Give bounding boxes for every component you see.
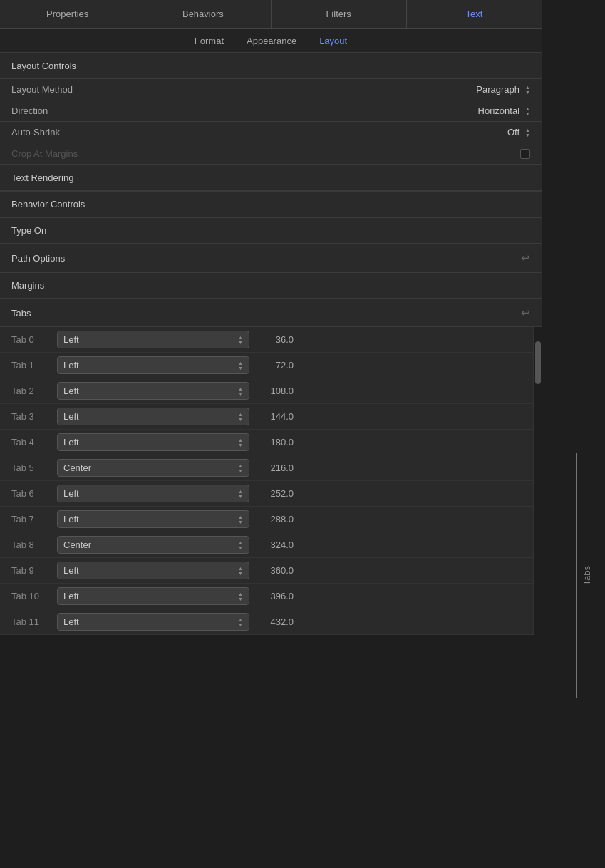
tab-9-arrows: ▲ ▼ <box>238 566 243 576</box>
direction-row: Direction Horizontal ▲ ▼ <box>0 100 542 122</box>
tab-2-arrows: ▲ ▼ <box>238 386 243 396</box>
tab-row-1: Tab 1 Left ▲ ▼ 72.0 <box>0 353 533 378</box>
tab-4-value: 180.0 <box>258 437 294 448</box>
tab-7-label: Tab 7 <box>11 514 48 525</box>
tab-row-0: Tab 0 Left ▲ ▼ 36.0 <box>0 327 533 353</box>
text-rendering-header[interactable]: Text Rendering <box>0 165 542 191</box>
tabs-section-header[interactable]: Tabs ↩ <box>0 299 542 327</box>
tab-5-label: Tab 5 <box>11 463 48 473</box>
auto-shrink-label: Auto-Shrink <box>11 127 507 138</box>
tab-10-label: Tab 10 <box>11 591 48 601</box>
tab-3-select[interactable]: Left ▲ ▼ <box>57 408 249 425</box>
tab-1-value: 72.0 <box>258 360 294 371</box>
tab-row-5: Tab 5 Center ▲ ▼ 216.0 <box>0 455 533 481</box>
tab-6-select[interactable]: Left ▲ ▼ <box>57 485 249 502</box>
annotation-tick-top <box>574 453 579 453</box>
tab-10-select[interactable]: Left ▲ ▼ <box>57 587 249 605</box>
tab-row-3: Tab 3 Left ▲ ▼ 144.0 <box>0 404 533 430</box>
tab-8-value: 324.0 <box>258 539 294 550</box>
tab-0-label: Tab 0 <box>11 334 48 345</box>
tab-11-value: 432.0 <box>258 616 294 627</box>
crop-at-margins-label: Crop At Margins <box>11 148 520 159</box>
auto-shrink-value[interactable]: Off ▲ ▼ <box>507 127 530 138</box>
crop-at-margins-value <box>520 149 530 159</box>
tab-3-value: 144.0 <box>258 411 294 422</box>
tab-2-value: 108.0 <box>258 386 294 396</box>
right-annotation-panel: Tabs <box>542 0 605 635</box>
annotation-tick-bottom <box>574 698 579 698</box>
scrollbar-track[interactable] <box>533 327 542 635</box>
tab-4-label: Tab 4 <box>11 437 48 448</box>
tab-behaviors[interactable]: Behaviors <box>135 0 271 28</box>
path-options-header[interactable]: Path Options ↩ <box>0 244 542 272</box>
tabs-reset-icon[interactable]: ↩ <box>521 306 530 319</box>
subtab-format[interactable]: Format <box>195 36 224 46</box>
tabs-scroll-area: Tab 0 Left ▲ ▼ 36.0 Tab 1 Left <box>0 327 542 635</box>
top-tab-bar: Properties Behaviors Filters Text <box>0 0 542 29</box>
direction-stepper[interactable]: ▲ ▼ <box>525 106 530 116</box>
tab-1-arrows: ▲ ▼ <box>238 361 243 371</box>
tab-row-9: Tab 9 Left ▲ ▼ 360.0 <box>0 558 533 584</box>
tab-11-select[interactable]: Left ▲ ▼ <box>57 613 249 631</box>
layout-method-stepper[interactable]: ▲ ▼ <box>525 85 530 95</box>
tab-1-label: Tab 1 <box>11 360 48 371</box>
tab-8-label: Tab 8 <box>11 539 48 550</box>
tab-text[interactable]: Text <box>407 0 542 28</box>
auto-shrink-row: Auto-Shrink Off ▲ ▼ <box>0 122 542 143</box>
tab-5-value: 216.0 <box>258 463 294 473</box>
tab-10-value: 396.0 <box>258 591 294 601</box>
tab-row-6: Tab 6 Left ▲ ▼ 252.0 <box>0 481 533 507</box>
tab-2-select[interactable]: Left ▲ ▼ <box>57 382 249 400</box>
tab-row-8: Tab 8 Center ▲ ▼ 324.0 <box>0 532 533 558</box>
type-on-header[interactable]: Type On <box>0 217 542 244</box>
tab-6-arrows: ▲ ▼ <box>238 489 243 499</box>
tab-row-10: Tab 10 Left ▲ ▼ 396.0 <box>0 584 533 609</box>
tab-properties[interactable]: Properties <box>0 0 135 28</box>
tab-7-value: 288.0 <box>258 514 294 525</box>
tab-1-select[interactable]: Left ▲ ▼ <box>57 356 249 374</box>
behavior-controls-header[interactable]: Behavior Controls <box>0 191 542 217</box>
tab-row-2: Tab 2 Left ▲ ▼ 108.0 <box>0 378 533 404</box>
scrollbar-thumb[interactable] <box>535 341 541 384</box>
tab-11-arrows: ▲ ▼ <box>238 617 243 627</box>
layout-method-value[interactable]: Paragraph ▲ ▼ <box>476 84 530 95</box>
path-options-reset-icon[interactable]: ↩ <box>521 252 530 264</box>
tab-10-arrows: ▲ ▼ <box>238 591 243 601</box>
auto-shrink-stepper[interactable]: ▲ ▼ <box>525 128 530 138</box>
tab-3-label: Tab 3 <box>11 411 48 422</box>
tab-6-label: Tab 6 <box>11 488 48 499</box>
annotation-bracket: Tabs <box>576 453 592 698</box>
tab-filters[interactable]: Filters <box>272 0 407 28</box>
tab-3-arrows: ▲ ▼ <box>238 412 243 422</box>
direction-value[interactable]: Horizontal ▲ ▼ <box>478 105 530 116</box>
tab-0-value: 36.0 <box>258 334 294 345</box>
tab-4-arrows: ▲ ▼ <box>238 438 243 448</box>
tab-9-select[interactable]: Left ▲ ▼ <box>57 562 249 579</box>
annotation-label: Tabs <box>581 566 592 585</box>
tab-0-arrows: ▲ ▼ <box>238 335 243 345</box>
tab-5-select[interactable]: Center ▲ ▼ <box>57 459 249 477</box>
tab-8-arrows: ▲ ▼ <box>238 540 243 550</box>
tab-6-value: 252.0 <box>258 488 294 499</box>
crop-at-margins-row: Crop At Margins <box>0 143 542 165</box>
tab-7-select[interactable]: Left ▲ ▼ <box>57 510 249 528</box>
tab-row-11: Tab 11 Left ▲ ▼ 432.0 <box>0 609 533 635</box>
direction-label: Direction <box>11 105 478 116</box>
tab-8-select[interactable]: Center ▲ ▼ <box>57 536 249 554</box>
tab-4-select[interactable]: Left ▲ ▼ <box>57 433 249 451</box>
subtab-layout[interactable]: Layout <box>319 36 347 46</box>
tab-7-arrows: ▲ ▼ <box>238 515 243 525</box>
tab-11-label: Tab 11 <box>11 616 48 627</box>
tab-row-4: Tab 4 Left ▲ ▼ 180.0 <box>0 430 533 455</box>
subtab-appearance[interactable]: Appearance <box>247 36 296 46</box>
layout-controls-header: Layout Controls <box>0 53 542 79</box>
crop-at-margins-checkbox[interactable] <box>520 149 530 159</box>
sub-tab-bar: Format Appearance Layout <box>0 29 542 53</box>
layout-method-label: Layout Method <box>11 84 476 95</box>
tab-2-label: Tab 2 <box>11 386 48 396</box>
tab-0-select[interactable]: Left ▲ ▼ <box>57 331 249 348</box>
margins-header[interactable]: Margins <box>0 272 542 299</box>
tabs-scroll-content: Tab 0 Left ▲ ▼ 36.0 Tab 1 Left <box>0 327 533 635</box>
tab-row-7: Tab 7 Left ▲ ▼ 288.0 <box>0 507 533 532</box>
tab-9-value: 360.0 <box>258 565 294 576</box>
